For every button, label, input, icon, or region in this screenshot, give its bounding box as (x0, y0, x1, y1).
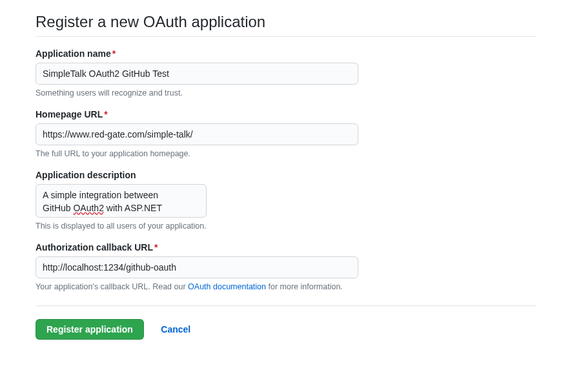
description-label: Application description (36, 170, 536, 180)
callback-url-label: Authorization callback URL* (36, 242, 536, 253)
cancel-button[interactable]: Cancel (157, 324, 194, 335)
app-name-input[interactable] (36, 63, 358, 85)
homepage-url-input[interactable] (36, 123, 358, 145)
homepage-url-note: The full URL to your application homepag… (36, 149, 536, 158)
field-description: Application description A simple integra… (36, 170, 536, 231)
oauth-register-form: Register a new OAuth application Applica… (0, 0, 572, 353)
form-actions: Register application Cancel (36, 305, 536, 340)
callback-url-input[interactable] (36, 256, 358, 278)
oauth-documentation-link[interactable]: OAuth documentation (188, 282, 266, 291)
homepage-url-label: Homepage URL* (36, 109, 536, 119)
description-note: This is displayed to all users of your a… (36, 222, 536, 231)
register-application-button[interactable]: Register application (36, 319, 144, 340)
field-app-name: Application name* Something users will r… (36, 48, 536, 98)
description-input[interactable]: A simple integration between GitHub OAut… (36, 184, 207, 218)
app-name-note: Something users will recognize and trust… (36, 88, 536, 98)
field-callback-url: Authorization callback URL* Your applica… (36, 242, 536, 291)
app-name-label: Application name* (36, 48, 536, 59)
page-title: Register a new OAuth application (36, 13, 536, 37)
callback-url-note: Your application's callback URL. Read ou… (36, 282, 536, 291)
field-homepage-url: Homepage URL* The full URL to your appli… (36, 109, 536, 158)
